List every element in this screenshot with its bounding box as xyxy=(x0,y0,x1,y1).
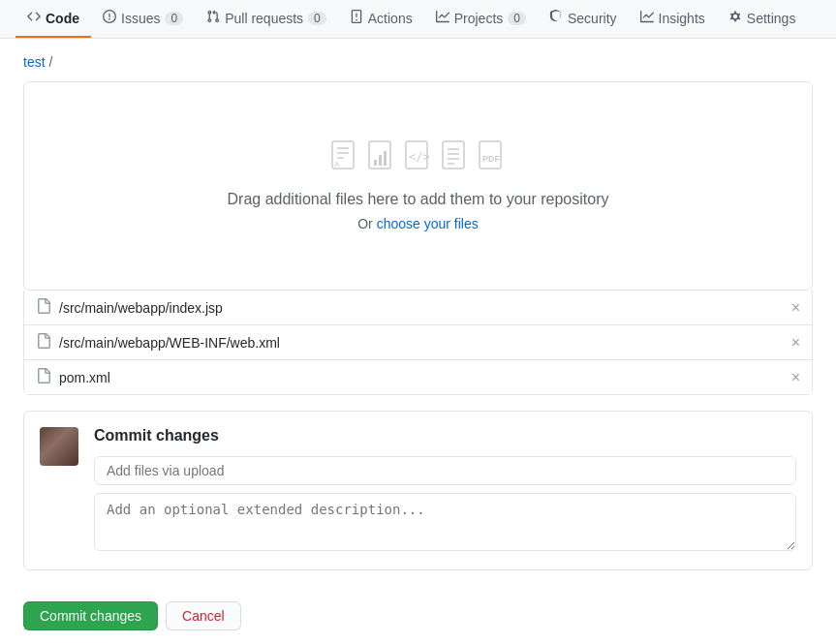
actions-icon xyxy=(350,10,363,26)
drop-zone[interactable]: A </> xyxy=(23,81,813,291)
file-remove-2[interactable]: × xyxy=(791,335,800,351)
file-icon-2 xyxy=(367,140,396,175)
drop-zone-sub-label: Or xyxy=(357,216,376,231)
file-icon-5: PDF xyxy=(478,140,507,175)
pr-badge: 0 xyxy=(308,12,326,25)
tab-code-label: Code xyxy=(46,11,79,26)
file-doc-icon-3 xyxy=(36,368,51,386)
avatar-image xyxy=(40,427,78,466)
page-wrapper: Code Issues 0 Pull requests 0 xyxy=(0,0,836,644)
svg-text:</>: </> xyxy=(409,150,430,164)
drop-zone-icons: A </> xyxy=(44,140,792,175)
commit-form: Commit changes xyxy=(94,427,796,554)
file-item-left-3: pom.xml xyxy=(36,368,110,386)
repo-nav: Code Issues 0 Pull requests 0 xyxy=(0,0,836,39)
drop-zone-main-text: Drag additional files here to add them t… xyxy=(44,191,792,208)
tab-projects-label: Projects xyxy=(454,11,504,26)
tab-pull-requests[interactable]: Pull requests 0 xyxy=(195,0,338,38)
file-item-1: /src/main/webapp/index.jsp × xyxy=(24,291,812,324)
commit-title: Commit changes xyxy=(94,427,796,445)
projects-badge: 0 xyxy=(508,12,526,25)
tab-settings-label: Settings xyxy=(747,11,796,26)
file-icon-1: A xyxy=(330,140,359,175)
commit-changes-button[interactable]: Commit changes xyxy=(23,601,158,630)
svg-rect-8 xyxy=(384,151,387,166)
main-content: test / A xyxy=(0,39,836,586)
tab-insights-label: Insights xyxy=(659,11,705,26)
svg-rect-6 xyxy=(374,160,377,166)
tab-issues-label: Issues xyxy=(121,11,160,26)
tab-security-label: Security xyxy=(568,11,617,26)
pr-icon xyxy=(206,10,220,26)
file-path-3: pom.xml xyxy=(59,370,110,385)
file-list: /src/main/webapp/index.jsp × /src/main/w… xyxy=(23,291,813,395)
commit-message-input[interactable] xyxy=(94,456,796,485)
svg-rect-7 xyxy=(379,155,382,166)
commit-section: Commit changes xyxy=(23,411,813,570)
file-item-3: pom.xml × xyxy=(24,359,812,394)
file-path-1: /src/main/webapp/index.jsp xyxy=(59,300,223,316)
file-remove-3[interactable]: × xyxy=(791,370,800,385)
tab-code[interactable]: Code xyxy=(15,0,91,38)
security-icon xyxy=(549,10,563,26)
tab-insights[interactable]: Insights xyxy=(629,0,717,38)
tab-security[interactable]: Security xyxy=(538,0,629,38)
file-icon-4 xyxy=(441,140,470,175)
file-list-wrapper: /src/main/webapp/index.jsp × /src/main/w… xyxy=(23,291,813,395)
file-item-2: /src/main/webapp/WEB-INF/web.xml × xyxy=(24,324,812,359)
cancel-button[interactable]: Cancel xyxy=(166,601,241,630)
tab-settings[interactable]: Settings xyxy=(717,0,808,38)
file-remove-1[interactable]: × xyxy=(791,300,800,316)
code-icon xyxy=(27,10,41,26)
tab-pr-label: Pull requests xyxy=(225,11,303,26)
file-doc-icon-1 xyxy=(36,298,51,317)
file-path-2: /src/main/webapp/WEB-INF/web.xml xyxy=(59,335,280,351)
file-item-left-2: /src/main/webapp/WEB-INF/web.xml xyxy=(36,333,280,352)
insights-icon xyxy=(640,10,654,26)
svg-text:A: A xyxy=(334,160,340,169)
issues-badge: 0 xyxy=(165,12,183,25)
tab-actions-label: Actions xyxy=(368,11,413,26)
commit-description-textarea[interactable] xyxy=(94,493,796,551)
file-icon-3: </> xyxy=(404,140,433,175)
tab-issues[interactable]: Issues 0 xyxy=(91,0,195,38)
breadcrumb-repo-link[interactable]: test xyxy=(23,54,46,70)
tab-actions[interactable]: Actions xyxy=(338,0,424,38)
issues-icon xyxy=(103,10,116,26)
file-doc-icon-2 xyxy=(36,333,51,352)
drop-zone-subtext: Or choose your files xyxy=(44,216,792,231)
avatar xyxy=(40,427,78,466)
choose-files-link[interactable]: choose your files xyxy=(377,216,479,231)
svg-rect-11 xyxy=(443,141,464,169)
breadcrumb-separator: / xyxy=(48,54,52,70)
tab-projects[interactable]: Projects 0 xyxy=(424,0,538,38)
breadcrumb: test / xyxy=(23,54,813,70)
settings-icon xyxy=(728,10,742,26)
projects-icon xyxy=(436,10,449,26)
file-item-left-1: /src/main/webapp/index.jsp xyxy=(36,298,223,317)
button-row: Commit changes Cancel xyxy=(0,601,836,644)
svg-text:PDF: PDF xyxy=(482,154,501,164)
